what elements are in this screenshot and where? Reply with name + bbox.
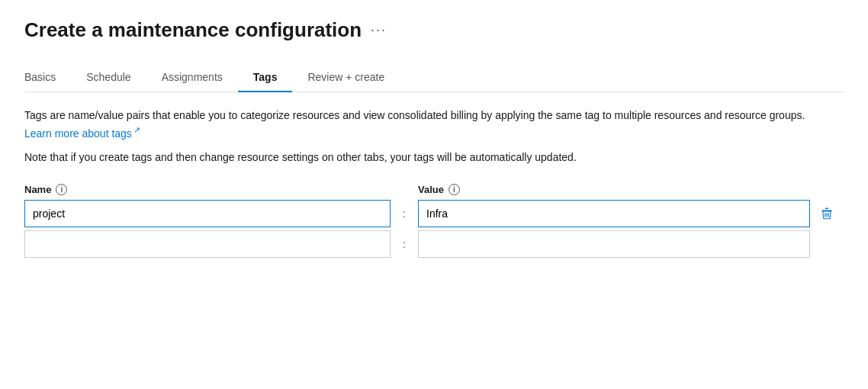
column-headers: Name i Value i bbox=[24, 184, 844, 195]
tag-name-input-2[interactable] bbox=[24, 230, 391, 258]
tab-tags[interactable]: Tags bbox=[238, 63, 293, 92]
value-info-icon[interactable]: i bbox=[448, 184, 460, 195]
page-title: Create a maintenance configuration bbox=[24, 18, 362, 42]
ellipsis-menu-button[interactable]: ··· bbox=[371, 22, 387, 38]
tab-review-create[interactable]: Review + create bbox=[292, 63, 400, 92]
description-text: Tags are name/value pairs that enable yo… bbox=[24, 108, 833, 142]
delete-row-1-button[interactable] bbox=[810, 207, 844, 220]
tags-table: Name i Value i : bbox=[24, 184, 844, 258]
tab-assignments[interactable]: Assignments bbox=[146, 63, 238, 92]
table-row: : bbox=[24, 200, 844, 227]
tab-schedule[interactable]: Schedule bbox=[71, 63, 146, 92]
value-column-header: Value i bbox=[418, 184, 844, 195]
note-text: Note that if you create tags and then ch… bbox=[24, 149, 787, 166]
name-column-header: Name i bbox=[24, 184, 391, 195]
tag-value-input-1[interactable] bbox=[418, 200, 810, 227]
tag-name-input-1[interactable] bbox=[24, 200, 391, 227]
row-separator-1: : bbox=[391, 207, 418, 220]
title-row: Create a maintenance configuration ··· bbox=[24, 18, 844, 42]
tag-value-input-2[interactable] bbox=[418, 230, 810, 258]
external-link-icon: ↗ bbox=[133, 124, 140, 137]
name-info-icon[interactable]: i bbox=[56, 184, 67, 195]
learn-more-link[interactable]: Learn more about tags↗ bbox=[24, 127, 140, 140]
tab-basics[interactable]: Basics bbox=[24, 63, 71, 92]
row-separator-2: : bbox=[391, 238, 418, 250]
tabs-nav: Basics Schedule Assignments Tags Review … bbox=[24, 63, 844, 92]
table-row: : bbox=[24, 230, 844, 258]
page-container: Create a maintenance configuration ··· B… bbox=[0, 0, 868, 389]
svg-rect-1 bbox=[825, 207, 829, 209]
